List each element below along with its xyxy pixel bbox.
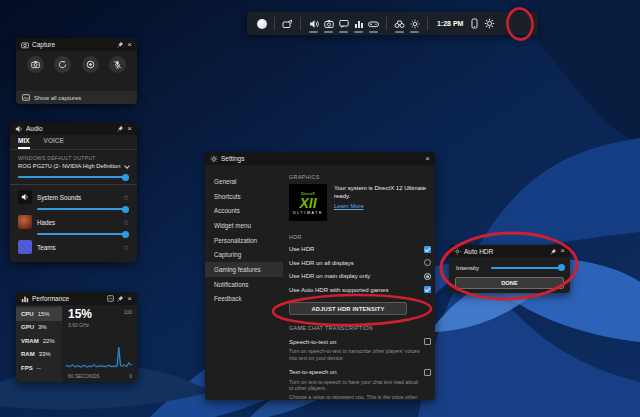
- settings-menu: General Shortcuts Accounts Widget menu P…: [205, 165, 283, 399]
- close-icon[interactable]: ×: [425, 155, 430, 163]
- favorite-star-icon[interactable]: ☆: [123, 194, 129, 201]
- performance-title: Performance: [32, 295, 69, 302]
- chat-icon[interactable]: [336, 13, 351, 34]
- gamepad-icon[interactable]: [366, 13, 381, 34]
- capture-titlebar[interactable]: Capture ×: [16, 38, 137, 51]
- use-hdr-checkbox[interactable]: [424, 246, 431, 253]
- hdr-main-display-radio[interactable]: [424, 273, 431, 280]
- favorite-star-icon[interactable]: ☆: [123, 244, 129, 251]
- capture-widget: Capture × Show all capt: [16, 38, 137, 104]
- setting-row-use-hdr: Use HDR: [289, 245, 431, 254]
- metric-fps[interactable]: FPS--: [16, 361, 62, 375]
- mic-off-button[interactable]: [109, 56, 126, 73]
- widgets-icon[interactable]: [280, 13, 295, 34]
- menu-item-feedback[interactable]: Feedback: [205, 292, 283, 307]
- menu-item-accounts[interactable]: Accounts: [205, 203, 283, 218]
- favorite-star-icon[interactable]: ☆: [123, 219, 129, 226]
- performance-icon[interactable]: [351, 13, 366, 34]
- divider: [274, 17, 275, 30]
- show-all-captures[interactable]: Show all captures: [16, 91, 137, 104]
- pin-icon[interactable]: [117, 125, 124, 132]
- menu-item-notifications[interactable]: Notifications: [205, 277, 283, 292]
- auto-hdr-title: Auto HDR: [464, 248, 493, 255]
- audio-title: Audio: [26, 125, 43, 132]
- xbox-logo[interactable]: [254, 13, 269, 34]
- auto-hdr-checkbox[interactable]: [424, 286, 431, 293]
- cpu-clock-value: 3.60 GHz: [68, 322, 132, 328]
- system-sounds-icon: [18, 190, 32, 204]
- output-device-dropdown[interactable]: ROG PG27U (2- NVIDIA High Definition A..…: [10, 163, 137, 169]
- master-volume-slider[interactable]: [18, 176, 129, 178]
- game-chat-header: GAME CHAT TRANSCRIPTION: [289, 325, 431, 331]
- graphics-header: GRAPHICS: [289, 174, 431, 180]
- audio-app-row: System Sounds ☆: [10, 187, 137, 210]
- menu-item-capturing[interactable]: Capturing: [205, 247, 283, 262]
- performance-chart-panel: 15% 3.60 GHz 100 60 SECONDS 0: [62, 305, 137, 382]
- intensity-label: Intensity: [456, 264, 479, 271]
- speaker-icon: [15, 125, 23, 133]
- sun-icon[interactable]: [407, 13, 422, 34]
- camera-icon: [21, 41, 29, 49]
- show-all-captures-label: Show all captures: [34, 95, 81, 101]
- binoculars-icon[interactable]: [392, 13, 407, 34]
- menu-item-gaming-features[interactable]: Gaming features: [205, 262, 283, 277]
- options-icon[interactable]: [107, 295, 114, 302]
- setting-row-hdr-all-displays: Use HDR on all displays: [289, 258, 431, 267]
- clock: 1:28 PM: [437, 20, 463, 27]
- phone-icon[interactable]: [467, 13, 482, 34]
- screenshot-button[interactable]: [27, 56, 44, 73]
- teams-icon: [18, 240, 32, 254]
- app-volume-slider[interactable]: [37, 233, 129, 235]
- tab-mix[interactable]: MIX: [18, 137, 30, 149]
- divider: [10, 184, 137, 185]
- app-volume-slider[interactable]: [37, 208, 129, 210]
- performance-widget: Performance × CPU15% GPU3% VRAM22% RAM33…: [16, 292, 137, 382]
- pin-icon[interactable]: [117, 41, 124, 48]
- metric-gpu[interactable]: GPU3%: [16, 321, 62, 335]
- chevron-down-icon: [124, 163, 130, 169]
- audio-icon[interactable]: [306, 13, 321, 34]
- divider: [386, 17, 387, 30]
- metric-vram[interactable]: VRAM22%: [16, 334, 62, 348]
- capture-title: Capture: [32, 41, 55, 48]
- close-icon[interactable]: ×: [127, 41, 132, 49]
- pin-icon[interactable]: [550, 248, 557, 255]
- record-button[interactable]: [82, 56, 99, 73]
- pin-icon[interactable]: [117, 295, 124, 302]
- output-device-name: ROG PG27U (2- NVIDIA High Definition A..…: [18, 163, 121, 169]
- text-to-speech-checkbox[interactable]: [424, 369, 431, 376]
- chart-icon: [21, 295, 29, 303]
- menu-item-shortcuts[interactable]: Shortcuts: [205, 189, 283, 204]
- gear-icon[interactable]: [482, 13, 497, 34]
- metric-ram[interactable]: RAM33%: [16, 348, 62, 362]
- hdr-all-displays-radio[interactable]: [424, 259, 431, 266]
- close-icon[interactable]: ×: [127, 295, 132, 303]
- record-last-button[interactable]: [54, 56, 71, 73]
- audio-titlebar[interactable]: Audio ×: [10, 122, 137, 135]
- gallery-icon: [22, 94, 30, 101]
- metric-cpu[interactable]: CPU15%: [16, 307, 62, 321]
- menu-item-personalization[interactable]: Personalization: [205, 233, 283, 248]
- capture-icon[interactable]: [321, 13, 336, 34]
- auto-hdr-panel: Auto HDR × Intensity DONE: [449, 245, 570, 293]
- close-icon[interactable]: ×: [127, 125, 132, 133]
- performance-sparkline: [66, 340, 132, 370]
- tab-voice[interactable]: VOICE: [44, 137, 64, 149]
- menu-item-widget-menu[interactable]: Widget menu: [205, 218, 283, 233]
- gear-icon: [210, 155, 218, 163]
- performance-titlebar[interactable]: Performance ×: [16, 292, 137, 305]
- hades-game-icon: [18, 215, 32, 229]
- auto-hdr-titlebar[interactable]: Auto HDR ×: [449, 245, 570, 257]
- close-icon[interactable]: ×: [560, 247, 565, 255]
- app-name: System Sounds: [37, 194, 118, 201]
- speech-to-text-checkbox[interactable]: [424, 338, 431, 345]
- adjust-hdr-intensity-button[interactable]: ADJUST HDR INTENSITY: [289, 302, 407, 315]
- desktop: 1:28 PM Capture ×: [0, 0, 640, 417]
- done-button[interactable]: DONE: [455, 277, 564, 289]
- settings-titlebar[interactable]: Settings ×: [205, 152, 435, 165]
- menu-item-general[interactable]: General: [205, 174, 283, 189]
- audio-app-row: Teams ☆: [10, 237, 137, 254]
- audio-app-row: Hades ☆: [10, 212, 137, 235]
- learn-more-link[interactable]: Learn More: [334, 203, 364, 209]
- intensity-slider[interactable]: [491, 267, 563, 269]
